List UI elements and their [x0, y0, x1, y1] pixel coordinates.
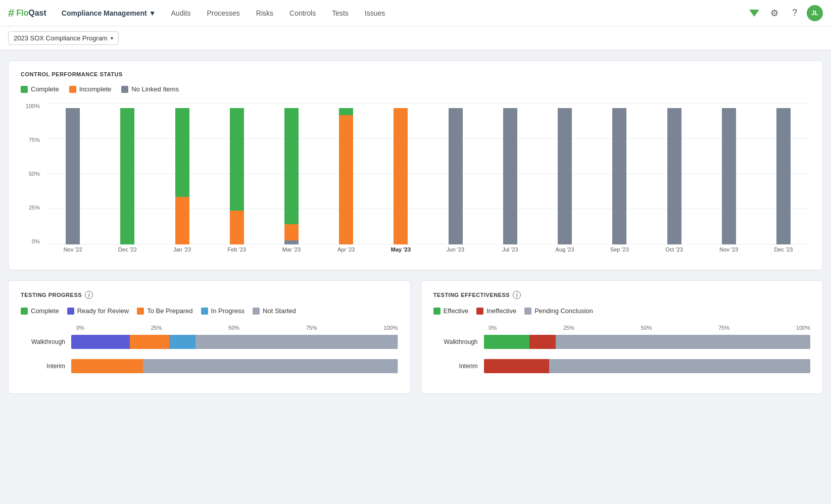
h-bar-seg-0-1 — [71, 335, 130, 349]
incomplete-label: Incomplete — [79, 85, 112, 93]
h-bar-seg-0-0 — [484, 335, 530, 349]
help-button[interactable]: ? — [787, 5, 803, 21]
h-bar-seg-1-2 — [549, 359, 810, 373]
incomplete-segment — [284, 224, 299, 240]
gear-icon: ⚙ — [770, 8, 778, 19]
te-ineffective-icon — [476, 308, 483, 315]
logo-hash-icon: # — [8, 7, 14, 20]
nav-controls[interactable]: Controls — [283, 6, 322, 20]
x-label-Mar--23: Mar '23 — [265, 244, 318, 253]
testing-progress-legend: Complete Ready for Review To Be Prepared… — [21, 307, 398, 315]
logo[interactable]: # FloQast — [8, 7, 46, 20]
te-legend-ineffective: Ineffective — [476, 307, 516, 315]
nav-issues[interactable]: Issues — [359, 6, 391, 20]
nav-audits[interactable]: Audits — [165, 6, 197, 20]
bar-col-May--23 — [374, 103, 427, 244]
h-bar-seg-0-3 — [169, 335, 195, 349]
h-bar-seg-0-1 — [529, 335, 556, 349]
h-bar-label-0: Walkthrough — [433, 338, 484, 345]
compliance-management-dropdown[interactable]: Compliance Management ▼ — [57, 6, 161, 20]
h-bar-track-1 — [484, 359, 811, 373]
tp-legend-in-progress: In Progress — [201, 307, 245, 315]
x-label-Nov--22: Nov '22 — [46, 244, 100, 253]
filter-button[interactable] — [746, 5, 762, 21]
tp-legend-to-be-prepared: To Be Prepared — [137, 307, 192, 315]
bars-container — [46, 103, 810, 244]
testing-effectiveness-legend: Effective Ineffective Pending Conclusion — [433, 307, 811, 315]
bar-col-Oct--23 — [647, 103, 701, 244]
testing-progress-title: TESTING PROGRESS — [21, 292, 82, 298]
x-label-Dec--22: Dec '22 — [101, 244, 154, 253]
bar-col-Sep--23 — [593, 103, 646, 244]
te-legend-pending: Pending Conclusion — [524, 307, 593, 315]
program-selector[interactable]: 2023 SOX Compliance Program ▾ — [8, 31, 119, 45]
te-pending-icon — [524, 308, 531, 315]
y-axis: 100% 75% 50% 25% 0% — [21, 103, 44, 244]
tp-legend-not-started: Not Started — [253, 307, 296, 315]
testing-progress-info-icon[interactable]: i — [85, 291, 93, 299]
nav-risks[interactable]: Risks — [250, 6, 279, 20]
no-linked-segment — [558, 108, 572, 244]
h-bar-seg-1-2 — [71, 359, 143, 373]
legend-complete: Complete — [21, 85, 59, 93]
h-bar-label-1: Interim — [433, 363, 484, 370]
te-x-axis: 0% 25% 50% 75% 100% — [433, 325, 811, 331]
te-bars-container: WalkthroughInterim — [433, 335, 811, 373]
tp-legend-complete: Complete — [21, 307, 59, 315]
x-label-Dec--23: Dec '23 — [757, 244, 810, 253]
testing-progress-card: TESTING PROGRESS i Complete Ready for Re… — [8, 280, 411, 394]
incomplete-segment — [339, 115, 353, 245]
tp-ready-icon — [67, 308, 74, 315]
question-icon: ? — [792, 8, 797, 18]
tp-inprogress-icon — [201, 308, 208, 315]
h-bar-track-1 — [71, 359, 398, 373]
h-bar-seg-1-1 — [484, 359, 549, 373]
incomplete-dot-icon — [69, 86, 76, 93]
bar-col-Jun--23 — [429, 103, 482, 244]
no-linked-label: No Linked Items — [131, 85, 179, 93]
user-avatar[interactable]: JL — [807, 5, 823, 21]
no-linked-segment — [503, 108, 517, 244]
bar-col-Jan--23 — [155, 103, 209, 244]
complete-segment — [339, 108, 353, 115]
h-bar-label-1: Interim — [21, 363, 71, 370]
incomplete-segment — [230, 211, 244, 245]
tp-legend-ready: Ready for Review — [67, 307, 129, 315]
x-label-Apr--23: Apr '23 — [319, 244, 373, 253]
x-labels-row: Nov '22Dec '22Jan '23Feb '23Mar '23Apr '… — [46, 244, 810, 260]
settings-button[interactable]: ⚙ — [766, 5, 783, 21]
x-label-Aug--23: Aug '23 — [538, 244, 592, 253]
legend-no-linked: No Linked Items — [121, 85, 179, 93]
tp-x-axis: 0% 25% 50% 75% 100% — [21, 325, 398, 331]
control-performance-legend: Complete Incomplete No Linked Items — [21, 85, 810, 93]
h-bar-seg-0-2 — [130, 335, 169, 349]
no-linked-segment — [722, 108, 736, 244]
bar-col-Aug--23 — [538, 103, 592, 244]
h-bar-label-0: Walkthrough — [21, 338, 71, 345]
nav-tests[interactable]: Tests — [326, 6, 355, 20]
nav-processes[interactable]: Processes — [201, 6, 246, 20]
h-bar-seg-1-4 — [143, 359, 398, 373]
complete-segment — [175, 108, 189, 197]
h-bar-track-0 — [71, 335, 398, 349]
dropdown-arrow-icon: ▼ — [149, 9, 156, 17]
no-linked-segment — [66, 108, 80, 244]
h-bar-seg-0-2 — [556, 335, 810, 349]
no-linked-segment — [612, 108, 626, 244]
x-label-Jun--23: Jun '23 — [429, 244, 482, 253]
main-content: CONTROL PERFORMANCE STATUS Complete Inco… — [0, 51, 831, 404]
control-performance-card: CONTROL PERFORMANCE STATUS Complete Inco… — [8, 61, 823, 270]
testing-effectiveness-info-icon[interactable]: i — [513, 291, 521, 299]
bar-col-Nov--22 — [46, 103, 100, 244]
testing-effectiveness-title: TESTING EFFECTIVENESS — [433, 292, 510, 298]
program-label: 2023 SOX Compliance Program — [14, 34, 108, 42]
bar-col-Nov--23 — [702, 103, 756, 244]
h-bar-seg-0-4 — [195, 335, 398, 349]
no-linked-dot-icon — [121, 86, 128, 93]
h-bar-track-0 — [484, 335, 811, 349]
incomplete-segment — [175, 197, 189, 245]
no-linked-segment — [284, 240, 299, 244]
incomplete-segment — [394, 108, 408, 244]
x-label-Jul--23: Jul '23 — [483, 244, 537, 253]
complete-segment — [120, 108, 134, 244]
